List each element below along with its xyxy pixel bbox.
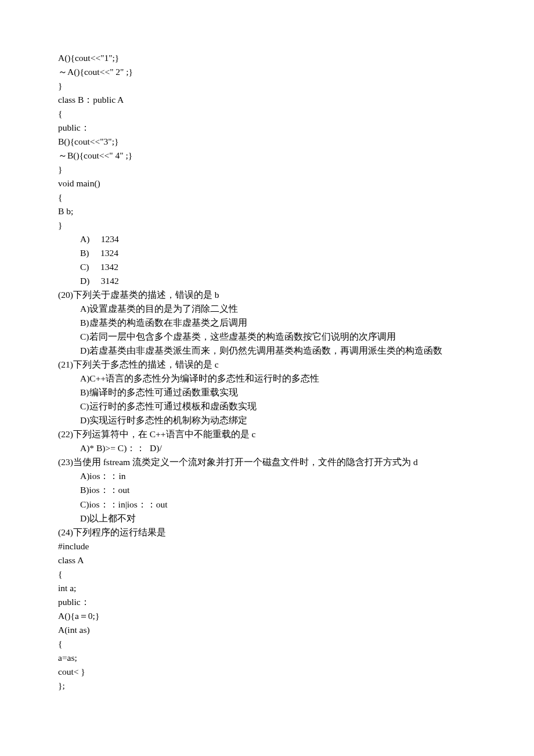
text-line: A)* B)>= C)：： D)/ [58,441,476,455]
text-line: D)实现运行时多态性的机制称为动态绑定 [58,413,476,427]
text-line: ～A(){cout<<" 2" ;} [58,65,476,79]
text-line: A(int as) [58,623,476,637]
text-line: B)ios：：out [58,483,476,497]
text-line: D) 3142 [58,274,476,288]
text-line: B(){cout<<"3";} [58,135,476,149]
text-line: a=as; [58,651,476,665]
text-line: B)编译时的多态性可通过函数重载实现 [58,386,476,399]
text-line: cout< } [58,665,476,679]
text-line: B)虚基类的构造函数在非虚基类之后调用 [58,316,476,330]
text-line: } [58,79,476,93]
text-line: A(){cout<<"1";} [58,51,476,65]
text-line: C)运行时的多态性可通过模板和虚函数实现 [58,399,476,413]
text-line: C)若同一层中包含多个虚基类，这些虚基类的构造函数按它们说明的次序调用 [58,330,476,344]
text-line: B) 1324 [58,246,476,260]
text-line: (21)下列关于多态性的描述，错误的是 c [58,358,476,372]
text-line: } [58,163,476,177]
text-line: public： [58,595,476,609]
text-line: D)以上都不对 [58,512,476,525]
text-line: class B：public A [58,93,476,107]
text-line: { [58,637,476,651]
text-line: D)若虚基类由非虚基类派生而来，则仍然先调用基类构造函数，再调用派生类的构造函数 [58,344,476,358]
text-line: { [58,190,476,204]
text-line: C)ios：：in|ios：：out [58,498,476,512]
text-line: (20)下列关于虚基类的描述，错误的是 b [58,288,476,302]
text-line: (23)当使用 fstream 流类定义一个流对象并打开一个磁盘文件时，文件的隐… [58,455,476,469]
text-line: (22)下列运算符中，在 C++语言中不能重载的是 c [58,427,476,441]
text-line: #include [58,539,476,553]
text-line: A(){a＝0;} [58,609,476,623]
text-line: (24)下列程序的运行结果是 [58,525,476,539]
text-line: A) 1234 [58,232,476,246]
text-line: A)C++语言的多态性分为编译时的多态性和运行时的多态性 [58,372,476,386]
text-line: { [58,567,476,581]
text-line: void main() [58,177,476,190]
text-line: A)ios：：in [58,469,476,483]
document-page: A(){cout<<"1";}～A(){cout<<" 2" ;}}class … [0,0,534,756]
text-line: B b; [58,204,476,218]
text-line: int a; [58,581,476,595]
text-line: class A [58,553,476,567]
text-line: } [58,218,476,232]
text-line: { [58,107,476,121]
text-line: A)设置虚基类的目的是为了消除二义性 [58,302,476,316]
text-line: }; [58,679,476,693]
text-line: public： [58,121,476,135]
text-line: ～B(){cout<<" 4" ;} [58,149,476,163]
text-line: C) 1342 [58,260,476,274]
